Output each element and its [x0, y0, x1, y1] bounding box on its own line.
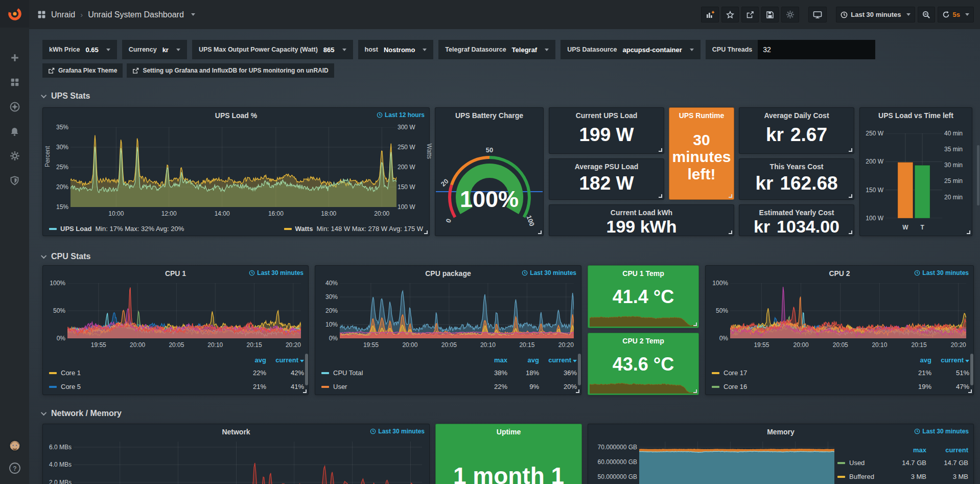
legend-series-name[interactable]: Used: [849, 459, 865, 467]
panel-resize-handle[interactable]: [693, 389, 697, 393]
legend-series-name[interactable]: Core 5: [61, 383, 81, 390]
user-avatar[interactable]: [8, 439, 21, 452]
compass-icon: [10, 102, 20, 112]
time-range-picker[interactable]: Last 30 minutes: [836, 7, 915, 22]
panel-resize-handle[interactable]: [968, 389, 972, 393]
cpu-threads-input[interactable]: [758, 40, 875, 59]
panel-title[interactable]: UPS Load vs Time left: [860, 111, 972, 120]
page-scrollbar[interactable]: [977, 145, 979, 205]
legend-col-current[interactable]: current: [926, 446, 968, 454]
refresh-picker[interactable]: 5s: [938, 7, 974, 22]
stat-value: kr2.67: [766, 120, 827, 153]
variable-currency[interactable]: Currency kr: [122, 40, 187, 59]
panel-resize-handle[interactable]: [729, 194, 732, 198]
legend-col-max[interactable]: max: [476, 356, 507, 364]
panel-resize-handle[interactable]: [576, 389, 579, 393]
panel-time-range[interactable]: Last 30 minutes: [914, 269, 969, 276]
variable-ups-datasource[interactable]: UPS Datasource apcupsd-container: [561, 40, 701, 59]
panel-time-range[interactable]: Last 30 minutes: [370, 428, 425, 435]
stat-title[interactable]: Average PSU Load: [575, 163, 639, 171]
grafana-logo[interactable]: [0, 0, 29, 28]
variable-host[interactable]: host Nostromo: [358, 40, 434, 59]
panel-title[interactable]: UPS Load %: [43, 111, 429, 120]
share-dashboard-button[interactable]: [741, 7, 759, 22]
dashboard-caret-icon[interactable]: [191, 13, 195, 16]
panel-resize-handle[interactable]: [849, 231, 852, 234]
legend-series-name[interactable]: Core 17: [724, 369, 747, 377]
legend-series-name[interactable]: CPU Total: [333, 369, 363, 377]
legend-col-avg[interactable]: avg: [235, 356, 266, 364]
save-dashboard-button[interactable]: [761, 7, 779, 22]
add-panel-button[interactable]: [701, 7, 719, 22]
dashboard-settings-button[interactable]: [781, 7, 799, 22]
section-header-cpu-stats[interactable]: CPU Stats: [42, 250, 974, 263]
breadcrumb-folder[interactable]: Unraid: [51, 10, 75, 19]
stat-title[interactable]: Current UPS Load: [576, 111, 638, 120]
stat-title[interactable]: Average Daily Cost: [764, 111, 829, 120]
panel-time-range-label: Last 30 minutes: [378, 428, 425, 435]
legend-col-current[interactable]: current: [931, 356, 969, 364]
panel-resize-handle[interactable]: [849, 194, 852, 198]
legend-header: max current: [837, 444, 968, 456]
sidebar-item-alerting[interactable]: [8, 125, 21, 138]
panel-title[interactable]: Uptime: [436, 428, 581, 436]
variable-label: host: [365, 46, 378, 53]
zoom-out-button[interactable]: [918, 7, 935, 22]
link-label: Grafana Plex Theme: [58, 67, 117, 74]
legend-col-avg[interactable]: avg: [507, 356, 539, 364]
panel-time-range[interactable]: Last 12 hours: [377, 111, 425, 119]
network-memory-row: Network Last 30 minutes 6.0 MBs 4.0 MBs …: [42, 424, 974, 484]
stat-title[interactable]: Current Load kWh: [611, 209, 672, 217]
legend-series-name[interactable]: UPS Load: [60, 225, 91, 233]
temp-sparkline: [590, 310, 697, 327]
panel-cpu-package: CPU package Last 30 minutes 40% 30% 20% …: [315, 265, 581, 395]
panel-resize-handle[interactable]: [303, 389, 307, 393]
panel-resize-handle[interactable]: [659, 194, 662, 198]
x-axis: 10:00 12:00 14:00 16:00 18:00 20:00: [71, 210, 396, 218]
panel-time-range[interactable]: Last 30 minutes: [249, 269, 304, 276]
legend-scrollbar[interactable]: [578, 354, 581, 385]
legend-col-current[interactable]: current: [539, 356, 577, 364]
legend-series-name[interactable]: User: [333, 383, 347, 390]
legend-series-name[interactable]: Buffered: [849, 473, 874, 480]
panel-resize-handle[interactable]: [967, 231, 970, 234]
legend-scrollbar[interactable]: [970, 354, 973, 385]
link-grafana-plex-theme[interactable]: Grafana Plex Theme: [42, 63, 123, 78]
legend-series-name[interactable]: Core 16: [724, 383, 747, 390]
variable-telegraf-datasource[interactable]: Telegraf Datasource Telegraf: [438, 40, 555, 59]
breadcrumb-dashboard-title[interactable]: Unraid System Dashboard: [88, 10, 184, 19]
legend-series-name[interactable]: Core 1: [61, 369, 81, 377]
tv-mode-button[interactable]: [808, 7, 827, 22]
stat-title[interactable]: Estimated Yearly Cost: [759, 209, 834, 217]
panel-resize-handle[interactable]: [729, 231, 732, 234]
sidebar-item-configuration[interactable]: [8, 149, 21, 163]
panel-resize-handle[interactable]: [424, 231, 428, 234]
panel-time-range[interactable]: Last 30 minutes: [914, 428, 969, 435]
panel-title[interactable]: CPU 1 Temp: [588, 269, 698, 278]
legend-series-name[interactable]: Watts: [295, 225, 313, 233]
star-dashboard-button[interactable]: [721, 7, 739, 22]
panel-title[interactable]: CPU 2 Temp: [588, 337, 698, 345]
sidebar-item-create[interactable]: [8, 51, 21, 64]
panel-time-range[interactable]: Last 30 minutes: [522, 269, 576, 276]
panel-resize-handle[interactable]: [538, 231, 542, 234]
help-button[interactable]: ?: [8, 462, 21, 475]
sidebar-item-server-admin[interactable]: [8, 174, 21, 187]
section-header-ups-stats[interactable]: UPS Stats: [42, 90, 974, 102]
panel-resize-handle[interactable]: [659, 148, 662, 152]
link-ups-monitoring-guide[interactable]: Setting up Grafana and InfluxDB for UPS …: [127, 63, 334, 78]
sidebar-item-dashboards[interactable]: [8, 76, 21, 89]
legend-col-max[interactable]: max: [884, 446, 926, 454]
variable-ups-max-output[interactable]: UPS Max Output Power Capacity (Watt) 865: [192, 40, 353, 59]
legend-col-current[interactable]: current: [266, 356, 304, 364]
panel-resize-handle[interactable]: [849, 148, 852, 152]
section-header-network-memory[interactable]: Network / Memory: [42, 407, 974, 420]
legend-scrollbar[interactable]: [305, 354, 308, 385]
sidebar-item-explore[interactable]: [8, 100, 21, 113]
legend-col-avg[interactable]: avg: [900, 356, 931, 364]
stat-title[interactable]: This Years Cost: [770, 163, 824, 171]
stat-title[interactable]: UPS Runtime: [679, 111, 725, 120]
variable-kwh-price[interactable]: kWh Price 0.65: [42, 40, 117, 59]
panel-ups-runtime: UPS Runtime 30 minutes left!: [669, 107, 734, 200]
panel-resize-handle[interactable]: [693, 322, 697, 326]
